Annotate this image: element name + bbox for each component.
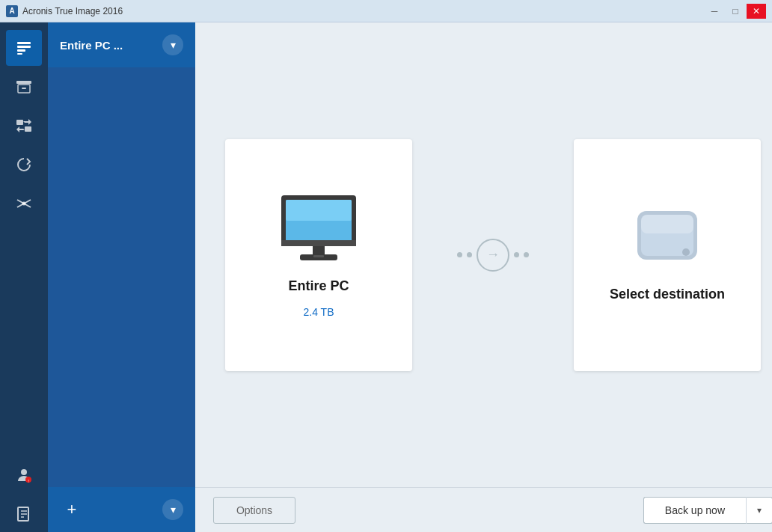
destination-icon-area [630, 207, 705, 275]
svg-rect-2 [17, 49, 25, 52]
svg-rect-4 [16, 81, 31, 84]
svg-rect-0 [17, 42, 31, 44]
backup-now-group: Back up now ▾ [643, 497, 772, 524]
source-card[interactable]: Entire PC 2.4 TB [225, 139, 412, 371]
dot-left-1 [457, 252, 462, 257]
title-bar-left: A Acronis True Image 2016 [6, 5, 123, 17]
sidebar-bottom: + ▾ [48, 487, 195, 532]
svg-point-11 [22, 202, 26, 206]
arrow-icon: → [486, 247, 500, 263]
svg-rect-24 [281, 240, 356, 246]
dot-right-2 [524, 252, 529, 257]
recovery-icon [15, 156, 33, 174]
dot-left-2 [467, 252, 472, 257]
sidebar-title: Entire PC ... [60, 39, 123, 52]
sync-icon [15, 117, 33, 135]
tools-icon [15, 195, 33, 213]
source-card-label: Entire PC [288, 278, 349, 294]
sidebar-content [48, 67, 195, 487]
backup-now-chevron[interactable]: ▾ [746, 497, 772, 524]
sidebar-icon-strip: ! [0, 22, 48, 532]
svg-point-28 [682, 248, 690, 256]
hdd-icon [630, 207, 705, 275]
svg-point-12 [21, 469, 27, 475]
svg-rect-21 [286, 200, 352, 221]
svg-rect-3 [17, 53, 22, 55]
window-controls: ─ □ ✕ [705, 4, 766, 19]
archive-icon [15, 78, 33, 96]
destination-card[interactable]: Select destination [574, 139, 761, 371]
pc-monitor-icon [274, 192, 364, 266]
app-icon: A [6, 5, 18, 17]
sidebar-header-chevron[interactable]: ▾ [162, 34, 183, 55]
sidebar-bottom-chevron[interactable]: ▾ [162, 499, 183, 520]
window-title: Acronis True Image 2016 [22, 6, 123, 16]
svg-rect-7 [16, 120, 23, 125]
svg-rect-25 [313, 255, 324, 257]
backup-now-button[interactable]: Back up now [643, 497, 746, 524]
svg-rect-29 [641, 215, 693, 233]
sidebar-item-account[interactable]: ! [6, 457, 42, 493]
arrow-circle: → [477, 239, 509, 272]
sidebar-item-tools[interactable] [6, 186, 42, 221]
sidebar-item-archive[interactable] [6, 69, 42, 105]
title-bar: A Acronis True Image 2016 ─ □ ✕ [0, 0, 772, 22]
svg-rect-8 [25, 126, 31, 132]
account-icon: ! [15, 466, 33, 484]
sidebar-item-recovery[interactable] [6, 147, 42, 183]
bottom-bar: Options Back up now ▾ [195, 487, 772, 532]
svg-rect-6 [22, 88, 26, 89]
svg-rect-22 [313, 246, 325, 255]
source-icon-area [274, 192, 364, 266]
svg-rect-1 [17, 46, 31, 48]
content-area: Entire PC 2.4 TB → [195, 22, 772, 532]
backup-icon [15, 39, 33, 57]
sidebar-header: Entire PC ... ▾ [48, 22, 195, 67]
options-button[interactable]: Options [213, 497, 295, 524]
arrow-connector: → [457, 239, 529, 272]
close-button[interactable]: ✕ [747, 4, 766, 19]
add-backup-button[interactable]: + [60, 498, 84, 522]
sidebar-item-backup[interactable] [6, 30, 42, 66]
dot-right-1 [514, 252, 519, 257]
main-layout: ! Entire PC ... ▾ + ▾ [0, 22, 772, 532]
sidebar-item-help[interactable] [6, 496, 42, 532]
restore-button[interactable]: □ [726, 4, 745, 19]
help-icon [15, 505, 33, 523]
destination-card-label: Select destination [610, 287, 725, 302]
content-main: Entire PC 2.4 TB → [195, 22, 772, 487]
source-card-sublabel: 2.4 TB [304, 306, 334, 318]
sidebar-item-sync[interactable] [6, 108, 42, 144]
minimize-button[interactable]: ─ [705, 4, 724, 19]
sidebar-panel: Entire PC ... ▾ + ▾ [48, 22, 195, 532]
